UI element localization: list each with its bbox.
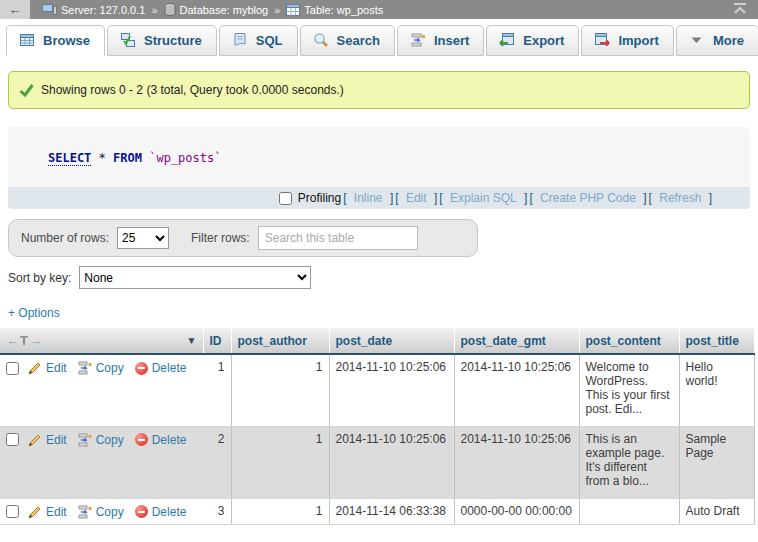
column-header-post-date-gmt[interactable]: post_date_gmt <box>454 328 579 354</box>
filter-rows-label: Filter rows: <box>191 231 250 245</box>
tab-structure[interactable]: Structure <box>107 25 217 56</box>
number-of-rows-select[interactable]: 25 <box>117 227 169 249</box>
cell-post-date: 2014-11-10 10:25:06 <box>329 426 454 498</box>
sql-star: * <box>99 151 106 165</box>
search-icon <box>313 32 329 48</box>
column-header-post-content[interactable]: post_content <box>579 328 679 354</box>
rows-controls-bar: Number of rows: 25 Filter rows: <box>8 219 478 257</box>
filter-rows-input[interactable] <box>258 226 418 250</box>
column-header-post-title[interactable]: post_title <box>679 328 754 354</box>
tab-bar: Browse Structure SQL Search Insert Expor… <box>0 19 758 56</box>
tab-import[interactable]: Import <box>581 25 673 56</box>
cell-post-date: 2014-11-10 10:25:06 <box>329 354 454 426</box>
breadcrumb-table[interactable]: Table: wp_posts <box>286 4 383 16</box>
tab-insert[interactable]: Insert <box>397 25 484 56</box>
bracket: ] <box>390 191 393 205</box>
cell-id: 3 <box>203 498 231 524</box>
cell-post-date: 2014-11-14 06:33:38 <box>329 498 454 524</box>
copy-icon <box>78 433 92 447</box>
bracket: [ <box>649 191 652 205</box>
insert-icon <box>410 32 426 48</box>
delete-row-link[interactable]: Delete <box>135 361 187 375</box>
sql-table-ref: `wp_posts` <box>149 151 221 165</box>
collapse-panel-icon[interactable] <box>732 3 748 17</box>
row-actions-cell: Edit Copy Delete <box>0 354 203 426</box>
tab-structure-label: Structure <box>144 33 202 48</box>
tab-sql[interactable]: SQL <box>219 25 298 56</box>
cell-post-title: Hello world! <box>679 354 754 426</box>
copy-row-link[interactable]: Copy <box>78 505 124 519</box>
cell-post-author: 1 <box>231 426 329 498</box>
column-header-post-date[interactable]: post_date <box>329 328 454 354</box>
refresh-link[interactable]: Refresh <box>659 191 701 205</box>
bracket: ] <box>709 191 712 205</box>
breadcrumb-database-label: Database: myblog <box>180 4 269 16</box>
create-php-code-link[interactable]: Create PHP Code <box>540 191 636 205</box>
copy-row-link[interactable]: Copy <box>78 433 124 447</box>
table-header-row: ←T→ ▼ ID post_author post_date post_date… <box>0 328 754 354</box>
delete-icon <box>135 433 148 446</box>
browse-icon <box>19 32 35 48</box>
transformation-arrows-icon[interactable]: ←T→ <box>6 333 43 348</box>
delete-row-link[interactable]: Delete <box>135 433 187 447</box>
tab-browse-label: Browse <box>43 33 90 48</box>
tab-insert-label: Insert <box>434 33 469 48</box>
cell-post-title: Sample Page <box>679 426 754 498</box>
success-check-icon <box>19 83 34 97</box>
pencil-icon <box>28 433 42 447</box>
structure-icon <box>120 32 136 48</box>
edit-row-link[interactable]: Edit <box>28 361 67 375</box>
breadcrumb-separator: » <box>151 4 157 16</box>
breadcrumb-server[interactable]: Server: 127.0.0.1 <box>42 3 145 16</box>
sort-by-key-select[interactable]: None <box>79 266 311 289</box>
breadcrumb-database[interactable]: Database: myblog <box>164 3 269 16</box>
sql-keyword-select[interactable]: SELECT <box>48 151 91 166</box>
row-actions-cell: Edit Copy Delete <box>0 498 203 524</box>
profiling-checkbox[interactable] <box>279 192 292 205</box>
column-header-post-author[interactable]: post_author <box>231 328 329 354</box>
tab-search[interactable]: Search <box>300 25 395 56</box>
row-checkbox[interactable] <box>6 433 19 446</box>
edit-query-link[interactable]: Edit <box>406 191 427 205</box>
server-icon <box>42 3 57 16</box>
tab-more-label: More <box>713 33 744 48</box>
copy-icon <box>78 361 92 375</box>
inline-link[interactable]: Inline <box>354 191 383 205</box>
column-options-dropdown-icon[interactable]: ▼ <box>187 335 197 346</box>
sql-tools-bar: Profiling [ Inline ] [ Edit ] [ Explain … <box>8 187 750 209</box>
export-icon <box>499 32 515 48</box>
table-row: Edit Copy Delete 1 1 2014-11-10 10:25:06… <box>0 354 754 426</box>
bracket: ] <box>434 191 437 205</box>
tab-import-label: Import <box>618 33 658 48</box>
back-arrow-button[interactable]: ← <box>0 0 30 19</box>
delete-row-link[interactable]: Delete <box>135 505 187 519</box>
tab-export[interactable]: Export <box>486 25 579 56</box>
row-checkbox[interactable] <box>6 505 19 518</box>
tab-more[interactable]: More <box>676 25 758 56</box>
tab-export-label: Export <box>523 33 564 48</box>
sql-query-box: SELECT * FROM `wp_posts` Profiling [ Inl… <box>8 127 750 209</box>
options-toggle[interactable]: + Options <box>8 306 60 320</box>
column-header-id[interactable]: ID <box>203 328 231 354</box>
row-checkbox[interactable] <box>6 362 19 375</box>
explain-sql-link[interactable]: Explain SQL <box>450 191 517 205</box>
bracket: [ <box>439 191 442 205</box>
copy-row-link[interactable]: Copy <box>78 361 124 375</box>
copy-icon <box>78 505 92 519</box>
table-icon <box>286 4 300 16</box>
status-message: Showing rows 0 - 2 (3 total, Query took … <box>8 71 750 109</box>
breadcrumb-bar: ← Server: 127.0.0.1 » Database: myblog »… <box>0 0 758 19</box>
edit-row-link[interactable]: Edit <box>28 505 67 519</box>
edit-row-link[interactable]: Edit <box>28 433 67 447</box>
sql-keyword-from: FROM <box>113 151 142 165</box>
tab-search-label: Search <box>337 33 380 48</box>
sql-icon <box>232 32 248 48</box>
table-row: Edit Copy Delete 3 1 2014-11-14 06:33:38… <box>0 498 754 524</box>
cell-id: 2 <box>203 426 231 498</box>
bracket: [ <box>529 191 532 205</box>
delete-icon <box>135 362 148 375</box>
database-icon <box>164 3 176 16</box>
pencil-icon <box>28 505 42 519</box>
tab-browse[interactable]: Browse <box>6 25 105 56</box>
import-icon <box>594 32 610 48</box>
